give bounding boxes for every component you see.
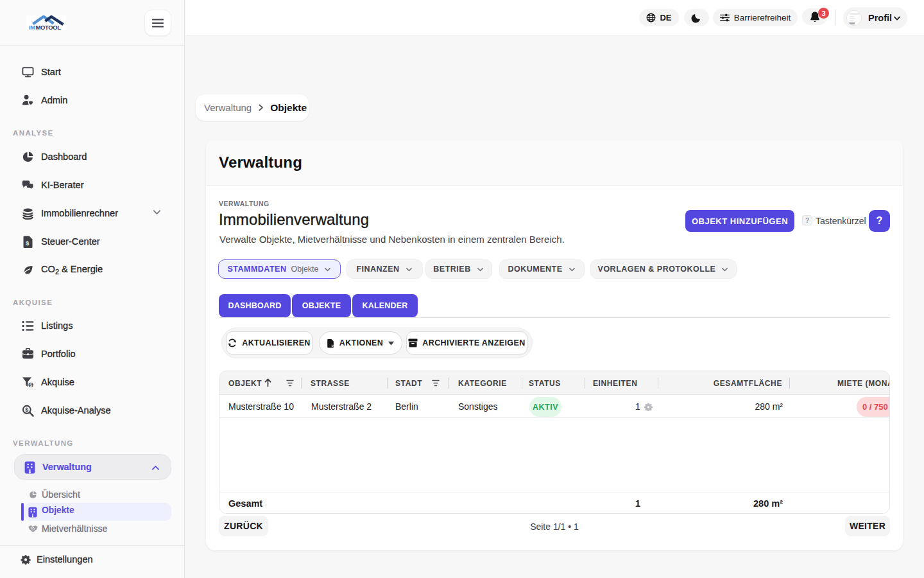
svg-text:IM: IM [29, 24, 35, 30]
svg-text:$: $ [26, 239, 30, 246]
svg-text:$: $ [25, 407, 28, 413]
svg-text:MOTOOL: MOTOOL [35, 24, 61, 30]
